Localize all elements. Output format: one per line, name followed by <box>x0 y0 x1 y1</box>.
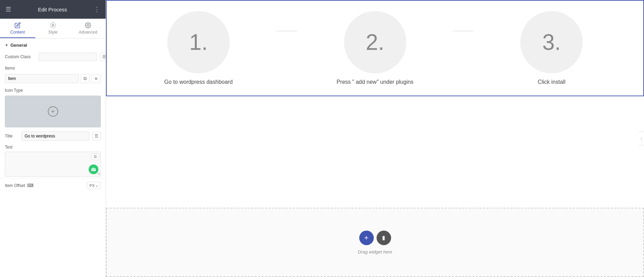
delete-item-button[interactable]: ✕ <box>91 74 101 83</box>
gear-icon <box>85 22 91 28</box>
device-icon[interactable]: ⌨ <box>27 183 34 188</box>
folder-icon: ▮ <box>382 234 385 241</box>
title-icon-btn[interactable]: ☰ <box>92 132 101 140</box>
icon-type-label: Icon Type <box>0 85 106 94</box>
text-area-icon-btn[interactable]: ☰ <box>91 153 99 160</box>
svg-rect-5 <box>92 170 94 170</box>
style-icon <box>50 22 56 28</box>
general-section-header[interactable]: ▼ General <box>0 38 106 51</box>
add-widget-button[interactable]: + <box>359 231 374 245</box>
step-connector-1 <box>276 31 297 31</box>
items-label: Items <box>0 63 106 72</box>
process-step-2: 2. Press " add new" under plugins <box>297 11 453 85</box>
process-widget: 1. Go to wordpress dashboard 2. Press " … <box>106 0 644 96</box>
main-area: 1. Go to wordpress dashboard 2. Press " … <box>106 0 644 277</box>
resize-handle[interactable]: ⇲ <box>97 172 100 176</box>
robot-icon <box>91 167 96 172</box>
svg-point-7 <box>93 167 94 168</box>
step-circle-2: 2. <box>344 11 406 73</box>
duplicate-item-button[interactable]: ⧉ <box>81 74 89 83</box>
drag-widget-area: + ▮ Drag widget here <box>358 231 392 254</box>
tab-style[interactable]: Style <box>35 19 71 38</box>
drag-buttons: + ▮ <box>359 231 391 245</box>
tab-content-label: Content <box>10 30 25 35</box>
title-label: Title <box>5 134 19 138</box>
icon-upload-area[interactable]: + <box>5 96 101 127</box>
offset-text: Item Offset <box>5 183 25 188</box>
drag-text: Drag widget here <box>358 249 392 254</box>
canvas-section: 1. Go to wordpress dashboard 2. Press " … <box>106 0 644 208</box>
item-input[interactable] <box>5 74 79 83</box>
process-step-1: 1. Go to wordpress dashboard <box>121 11 276 85</box>
bottom-drop-zone[interactable]: + ▮ Drag widget here <box>106 208 644 277</box>
tab-style-label: Style <box>48 30 58 35</box>
step-number-2: 2. <box>366 29 384 55</box>
step-connector-2 <box>453 31 474 31</box>
panel-tabs: Content Style Advanced <box>0 19 106 38</box>
text-area-input[interactable] <box>5 152 100 176</box>
svg-point-0 <box>52 25 54 26</box>
step-label-3: Click install <box>538 79 565 85</box>
chevron-down-icon: ▼ <box>5 43 8 47</box>
custom-class-label: Custom Class <box>5 54 36 59</box>
panel-body: ▼ General Custom Class ☰ Items ⧉ ✕ Icon … <box>0 38 106 277</box>
chevron-down-icon: ⌄ <box>95 183 98 188</box>
left-panel: ☰ Edit Process ⋮ Content Style Advanced <box>0 0 106 277</box>
svg-point-1 <box>87 25 89 26</box>
text-area-wrapper: ☰ ⇲ <box>5 152 101 177</box>
offset-label: Item Offset ⌨ <box>5 183 34 188</box>
grid-icon[interactable]: ⋮ <box>94 6 100 13</box>
general-label: General <box>10 43 27 48</box>
step-number-1: 1. <box>189 29 208 55</box>
icon-upload-plus: + <box>48 106 58 117</box>
custom-class-row: Custom Class ☰ <box>0 51 106 63</box>
folder-widget-button[interactable]: ▮ <box>377 231 391 245</box>
tab-advanced-label: Advanced <box>79 30 97 35</box>
item-offset-row: Item Offset ⌨ PX ⌄ <box>0 178 106 193</box>
step-number-3: 3. <box>542 29 561 55</box>
hamburger-icon[interactable]: ☰ <box>6 6 11 13</box>
offset-unit-selector[interactable]: PX ⌄ <box>87 182 101 189</box>
tab-advanced[interactable]: Advanced <box>70 19 106 38</box>
plus-icon: + <box>364 233 369 242</box>
custom-class-icon-btn[interactable]: ☰ <box>100 53 106 61</box>
process-step-3: 3. Click install <box>474 11 629 85</box>
svg-rect-3 <box>92 169 93 169</box>
custom-class-input[interactable] <box>39 53 97 61</box>
title-input[interactable] <box>21 132 89 141</box>
process-steps: 1. Go to wordpress dashboard 2. Press " … <box>121 11 629 85</box>
item-row: ⧉ ✕ <box>0 72 106 85</box>
edit-icon <box>15 22 21 28</box>
step-label-1: Go to wordpress dashboard <box>164 79 232 85</box>
panel-header: ☰ Edit Process ⋮ <box>0 0 106 19</box>
svg-rect-4 <box>94 169 95 169</box>
text-label: Text <box>0 143 106 150</box>
step-circle-1: 1. <box>167 11 230 73</box>
step-label-2: Press " add new" under plugins <box>336 79 413 85</box>
tab-content[interactable]: Content <box>0 19 35 38</box>
panel-title: Edit Process <box>38 7 67 12</box>
step-circle-3: 3. <box>520 11 583 73</box>
title-row: Title ☰ <box>0 129 106 143</box>
